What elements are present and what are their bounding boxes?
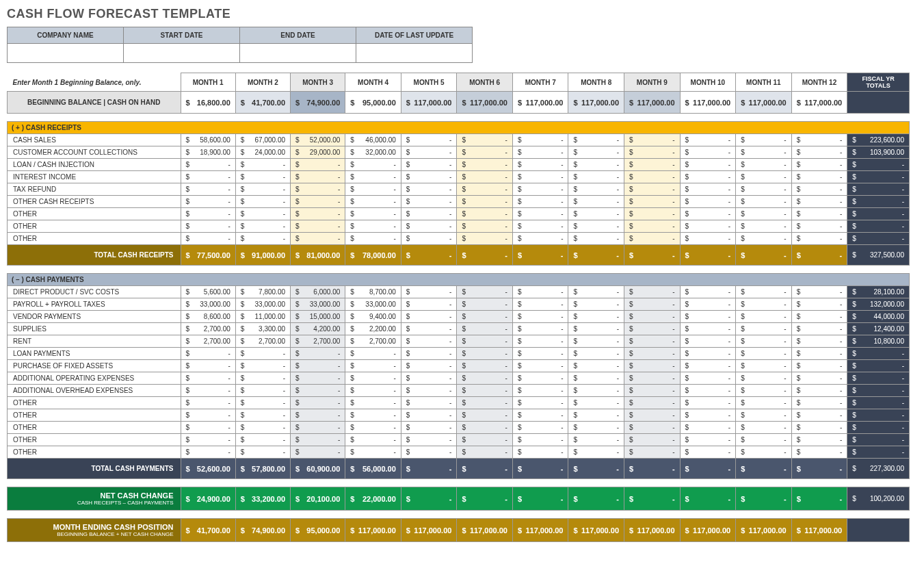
cell[interactable]: $- <box>457 434 513 446</box>
cell[interactable]: $- <box>457 196 513 208</box>
cell[interactable]: $33,000.00 <box>291 298 345 311</box>
cell[interactable]: $- <box>680 311 736 323</box>
cell[interactable]: $- <box>736 409 792 422</box>
cell[interactable]: $- <box>512 298 568 311</box>
cell[interactable]: $- <box>624 159 681 171</box>
cell[interactable]: $- <box>736 196 792 208</box>
cell[interactable]: $- <box>291 446 345 459</box>
cell[interactable]: $- <box>791 360 847 372</box>
cell[interactable]: $- <box>512 385 568 397</box>
cell[interactable]: $- <box>181 372 235 385</box>
cell[interactable]: $- <box>345 422 401 434</box>
cell[interactable]: $- <box>568 323 624 335</box>
cell[interactable]: $- <box>457 233 513 245</box>
cell[interactable]: $11,000.00 <box>235 311 290 323</box>
cell[interactable]: $- <box>568 208 624 220</box>
cell[interactable]: $- <box>624 286 681 298</box>
cell[interactable]: $- <box>512 409 568 422</box>
bb-m1[interactable]: $16,800.00 <box>181 92 235 114</box>
cell[interactable]: $32,000.00 <box>345 146 401 159</box>
cell[interactable]: $- <box>791 372 847 385</box>
cell[interactable]: $- <box>624 134 681 146</box>
cell[interactable]: $- <box>624 360 681 372</box>
cell[interactable]: $- <box>512 372 568 385</box>
cell[interactable]: $5,600.00 <box>181 286 235 298</box>
cell[interactable]: $2,700.00 <box>291 335 345 348</box>
cell[interactable]: $- <box>736 159 792 171</box>
cell[interactable]: $- <box>680 348 736 360</box>
cell[interactable]: $- <box>401 323 457 335</box>
cell[interactable]: $- <box>512 208 568 220</box>
cell[interactable]: $6,000.00 <box>291 286 345 298</box>
cell[interactable]: $- <box>457 348 513 360</box>
cell[interactable]: $- <box>345 196 401 208</box>
cell[interactable]: $- <box>736 446 792 459</box>
cell[interactable]: $- <box>181 385 235 397</box>
cell[interactable]: $- <box>235 183 290 196</box>
cell[interactable]: $- <box>512 286 568 298</box>
cell[interactable]: $- <box>457 311 513 323</box>
cell[interactable]: $- <box>457 422 513 434</box>
meta-start-cell[interactable] <box>124 44 240 63</box>
meta-end-cell[interactable] <box>240 44 356 63</box>
cell[interactable]: $- <box>235 171 290 183</box>
cell[interactable]: $- <box>401 335 457 348</box>
cell[interactable]: $- <box>457 298 513 311</box>
cell[interactable]: $- <box>568 286 624 298</box>
bb-m10[interactable]: $117,000.00 <box>680 92 736 114</box>
cell[interactable]: $- <box>235 233 290 245</box>
cell[interactable]: $- <box>736 323 792 335</box>
cell[interactable]: $2,700.00 <box>181 335 235 348</box>
cell[interactable]: $- <box>791 146 847 159</box>
cell[interactable]: $- <box>457 208 513 220</box>
cell[interactable]: $- <box>568 434 624 446</box>
cell[interactable]: $- <box>345 397 401 409</box>
cell[interactable]: $- <box>512 220 568 233</box>
cell[interactable]: $- <box>181 196 235 208</box>
cell[interactable]: $- <box>736 348 792 360</box>
cell[interactable]: $- <box>457 397 513 409</box>
cell[interactable]: $- <box>457 183 513 196</box>
cell[interactable]: $- <box>401 298 457 311</box>
cell[interactable]: $- <box>401 434 457 446</box>
cell[interactable]: $- <box>791 409 847 422</box>
cell[interactable]: $- <box>736 183 792 196</box>
cell[interactable]: $- <box>181 171 235 183</box>
cell[interactable]: $- <box>680 360 736 372</box>
cell[interactable]: $- <box>568 446 624 459</box>
cell[interactable]: $- <box>736 335 792 348</box>
cell[interactable]: $- <box>345 220 401 233</box>
cell[interactable]: $- <box>401 171 457 183</box>
bb-m7[interactable]: $117,000.00 <box>512 92 568 114</box>
cell[interactable]: $- <box>457 446 513 459</box>
cell[interactable]: $- <box>680 397 736 409</box>
cell[interactable]: $- <box>401 183 457 196</box>
cell[interactable]: $- <box>624 233 681 245</box>
cell[interactable]: $- <box>401 311 457 323</box>
cell[interactable]: $- <box>457 134 513 146</box>
cell[interactable]: $- <box>291 196 345 208</box>
cell[interactable]: $- <box>512 233 568 245</box>
cell[interactable]: $- <box>680 220 736 233</box>
cell[interactable]: $- <box>791 196 847 208</box>
cell[interactable]: $- <box>680 298 736 311</box>
cell[interactable]: $- <box>345 385 401 397</box>
cell[interactable]: $- <box>624 183 681 196</box>
cell[interactable]: $- <box>736 134 792 146</box>
cell[interactable]: $- <box>791 422 847 434</box>
cell[interactable]: $- <box>680 233 736 245</box>
cell[interactable]: $- <box>401 146 457 159</box>
cell[interactable]: $- <box>457 409 513 422</box>
cell[interactable]: $- <box>680 446 736 459</box>
cell[interactable]: $- <box>291 434 345 446</box>
cell[interactable]: $- <box>568 422 624 434</box>
cell[interactable]: $- <box>680 372 736 385</box>
cell[interactable]: $9,400.00 <box>345 311 401 323</box>
cell[interactable]: $- <box>457 335 513 348</box>
cell[interactable]: $- <box>624 323 681 335</box>
cell[interactable]: $- <box>791 311 847 323</box>
cell[interactable]: $- <box>291 422 345 434</box>
cell[interactable]: $- <box>401 208 457 220</box>
cell[interactable]: $- <box>457 286 513 298</box>
cell[interactable]: $- <box>791 298 847 311</box>
